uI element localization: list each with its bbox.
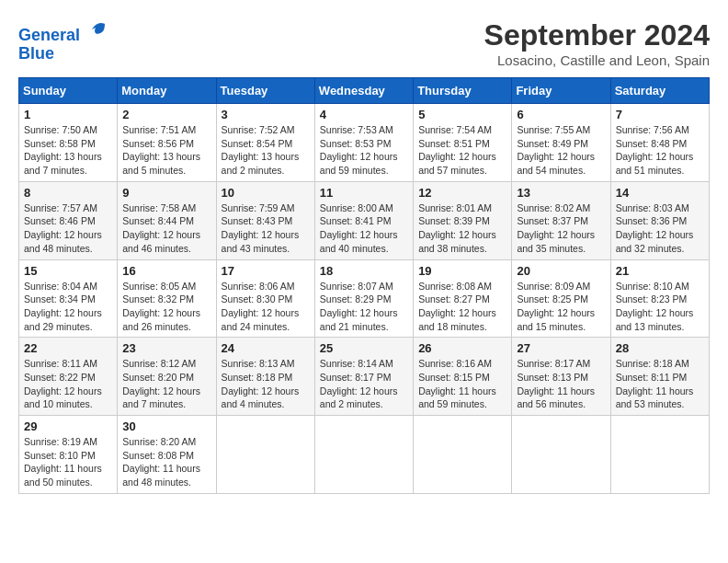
day-info: Sunrise: 7:58 AM Sunset: 8:44 PM Dayligh… [122,201,210,256]
calendar-cell: 30Sunrise: 8:20 AM Sunset: 8:08 PM Dayli… [118,416,216,494]
header-saturday: Saturday [610,78,709,104]
day-info: Sunrise: 8:16 AM Sunset: 8:15 PM Dayligh… [418,357,506,411]
logo: General Blue [18,18,108,63]
day-info: Sunrise: 7:52 AM Sunset: 8:54 PM Dayligh… [222,123,310,178]
day-info: Sunrise: 7:59 AM Sunset: 8:43 PM Dayligh… [222,201,310,256]
day-number: 15 [24,264,112,278]
day-info: Sunrise: 8:09 AM Sunset: 8:25 PM Dayligh… [517,280,605,334]
calendar-cell [610,416,709,494]
day-info: Sunrise: 8:01 AM Sunset: 8:39 PM Dayligh… [418,201,506,256]
calendar-cell: 22Sunrise: 8:11 AM Sunset: 8:22 PM Dayli… [19,338,118,416]
day-number: 30 [122,419,210,433]
day-number: 13 [517,186,605,200]
day-number: 10 [222,186,310,200]
day-info: Sunrise: 8:17 AM Sunset: 8:13 PM Dayligh… [517,357,605,411]
day-info: Sunrise: 8:11 AM Sunset: 8:22 PM Dayligh… [24,357,112,411]
logo-bird-icon [86,18,108,40]
day-info: Sunrise: 7:53 AM Sunset: 8:53 PM Dayligh… [320,123,408,178]
day-number: 4 [320,108,408,121]
calendar-cell: 6Sunrise: 7:55 AM Sunset: 8:49 PM Daylig… [512,104,610,182]
day-number: 7 [616,108,704,121]
day-number: 20 [517,264,605,278]
day-info: Sunrise: 8:04 AM Sunset: 8:34 PM Dayligh… [24,280,112,334]
day-info: Sunrise: 8:06 AM Sunset: 8:30 PM Dayligh… [222,280,310,334]
day-info: Sunrise: 8:20 AM Sunset: 8:08 PM Dayligh… [122,435,210,489]
day-number: 25 [320,341,408,355]
day-number: 1 [24,108,112,121]
calendar-cell: 11Sunrise: 8:00 AM Sunset: 8:41 PM Dayli… [314,181,413,259]
day-number: 6 [517,108,605,121]
calendar-week-1: 1Sunrise: 7:50 AM Sunset: 8:58 PM Daylig… [19,104,710,182]
header-tuesday: Tuesday [216,78,314,104]
calendar-cell: 18Sunrise: 8:07 AM Sunset: 8:29 PM Dayli… [314,259,413,338]
day-info: Sunrise: 8:05 AM Sunset: 8:32 PM Dayligh… [122,280,210,334]
calendar-cell: 27Sunrise: 8:17 AM Sunset: 8:13 PM Dayli… [512,338,610,416]
calendar-cell: 3Sunrise: 7:52 AM Sunset: 8:54 PM Daylig… [216,104,314,182]
day-number: 29 [24,419,112,433]
location-title: Losacino, Castille and Leon, Spain [484,52,710,68]
header-wednesday: Wednesday [314,78,413,104]
calendar-cell: 12Sunrise: 8:01 AM Sunset: 8:39 PM Dayli… [414,181,512,259]
day-number: 22 [24,341,112,355]
day-number: 17 [222,264,310,278]
day-info: Sunrise: 7:54 AM Sunset: 8:51 PM Dayligh… [418,123,506,178]
day-info: Sunrise: 8:10 AM Sunset: 8:23 PM Dayligh… [616,280,704,334]
day-info: Sunrise: 8:14 AM Sunset: 8:17 PM Dayligh… [320,357,408,411]
calendar-cell: 4Sunrise: 7:53 AM Sunset: 8:53 PM Daylig… [314,104,413,182]
day-number: 21 [616,264,704,278]
day-info: Sunrise: 8:07 AM Sunset: 8:29 PM Dayligh… [320,280,408,334]
calendar-week-5: 29Sunrise: 8:19 AM Sunset: 8:10 PM Dayli… [19,416,710,494]
calendar-cell: 5Sunrise: 7:54 AM Sunset: 8:51 PM Daylig… [414,104,512,182]
day-info: Sunrise: 8:03 AM Sunset: 8:36 PM Dayligh… [616,201,704,256]
calendar-cell: 25Sunrise: 8:14 AM Sunset: 8:17 PM Dayli… [314,338,413,416]
day-number: 27 [517,341,605,355]
calendar-cell [216,416,314,494]
calendar-cell: 2Sunrise: 7:51 AM Sunset: 8:56 PM Daylig… [118,104,216,182]
calendar-cell: 23Sunrise: 8:12 AM Sunset: 8:20 PM Dayli… [118,338,216,416]
day-info: Sunrise: 8:02 AM Sunset: 8:37 PM Dayligh… [517,201,605,256]
calendar-week-4: 22Sunrise: 8:11 AM Sunset: 8:22 PM Dayli… [19,338,710,416]
calendar-cell: 26Sunrise: 8:16 AM Sunset: 8:15 PM Dayli… [414,338,512,416]
logo-blue: Blue [18,44,54,63]
calendar-cell: 14Sunrise: 8:03 AM Sunset: 8:36 PM Dayli… [610,181,709,259]
day-number: 8 [24,186,112,200]
header-thursday: Thursday [414,78,512,104]
day-info: Sunrise: 7:57 AM Sunset: 8:46 PM Dayligh… [24,201,112,256]
calendar-cell [314,416,413,494]
logo-general: General [18,26,80,44]
day-number: 2 [122,108,210,121]
calendar-cell [414,416,512,494]
calendar-cell: 17Sunrise: 8:06 AM Sunset: 8:30 PM Dayli… [216,259,314,338]
day-info: Sunrise: 8:12 AM Sunset: 8:20 PM Dayligh… [122,357,210,411]
calendar-cell: 13Sunrise: 8:02 AM Sunset: 8:37 PM Dayli… [512,181,610,259]
day-number: 18 [320,264,408,278]
calendar-cell: 15Sunrise: 8:04 AM Sunset: 8:34 PM Dayli… [19,259,118,338]
calendar-cell [512,416,610,494]
day-number: 9 [122,186,210,200]
calendar-cell: 19Sunrise: 8:08 AM Sunset: 8:27 PM Dayli… [414,259,512,338]
month-title: September 2024 [484,18,710,52]
calendar-cell: 20Sunrise: 8:09 AM Sunset: 8:25 PM Dayli… [512,259,610,338]
calendar-header-row: SundayMondayTuesdayWednesdayThursdayFrid… [19,78,710,104]
day-number: 26 [418,341,506,355]
day-number: 24 [222,341,310,355]
day-number: 3 [222,108,310,121]
header-friday: Friday [512,78,610,104]
calendar-table: SundayMondayTuesdayWednesdayThursdayFrid… [18,77,710,494]
page-header: General Blue September 2024 Losacino, Ca… [18,18,710,68]
calendar-cell: 8Sunrise: 7:57 AM Sunset: 8:46 PM Daylig… [19,181,118,259]
calendar-cell: 1Sunrise: 7:50 AM Sunset: 8:58 PM Daylig… [19,104,118,182]
day-number: 12 [418,186,506,200]
day-info: Sunrise: 8:00 AM Sunset: 8:41 PM Dayligh… [320,201,408,256]
calendar-cell: 10Sunrise: 7:59 AM Sunset: 8:43 PM Dayli… [216,181,314,259]
day-info: Sunrise: 7:55 AM Sunset: 8:49 PM Dayligh… [517,123,605,178]
day-info: Sunrise: 8:18 AM Sunset: 8:11 PM Dayligh… [616,357,704,411]
day-number: 5 [418,108,506,121]
day-info: Sunrise: 8:08 AM Sunset: 8:27 PM Dayligh… [418,280,506,334]
day-number: 16 [122,264,210,278]
calendar-cell: 24Sunrise: 8:13 AM Sunset: 8:18 PM Dayli… [216,338,314,416]
calendar-week-2: 8Sunrise: 7:57 AM Sunset: 8:46 PM Daylig… [19,181,710,259]
header-monday: Monday [118,78,216,104]
day-info: Sunrise: 8:19 AM Sunset: 8:10 PM Dayligh… [24,435,112,489]
day-number: 14 [616,186,704,200]
